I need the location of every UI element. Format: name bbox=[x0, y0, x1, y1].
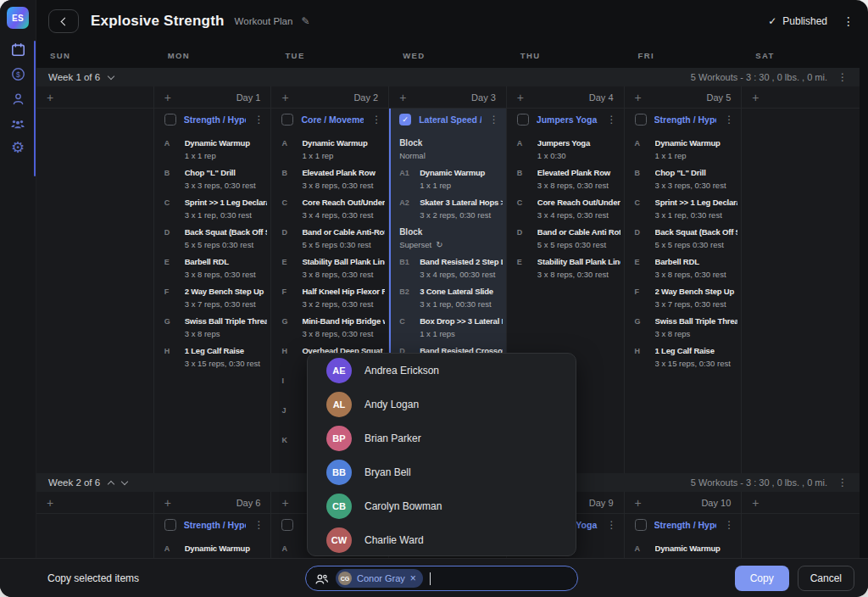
app-logo[interactable]: ES bbox=[7, 7, 29, 29]
workout-card[interactable]: Strength / Hypertro...⋮ADynamic Warmup1 … bbox=[154, 514, 271, 558]
member-option[interactable]: ALAndy Logan bbox=[308, 388, 576, 421]
exercise-row[interactable]: CCore Reach Out/Under3 x 4 reps, 0:30 re… bbox=[507, 198, 624, 220]
exercise-row[interactable]: EStability Ball Plank Linear ...3 x 8 re… bbox=[507, 257, 624, 279]
exercise-row[interactable]: BElevated Plank Row3 x 8 reps, 0:30 rest bbox=[507, 168, 624, 190]
workout-title[interactable]: Strength / Hypertro... bbox=[184, 520, 247, 530]
workout-checkbox[interactable] bbox=[635, 114, 647, 126]
exercise-row[interactable]: BChop "L" Drill3 x 3 reps, 0:30 rest bbox=[625, 168, 742, 190]
kebab-menu-icon[interactable]: ⋮ bbox=[837, 477, 848, 488]
exercise-row[interactable]: CSprint >> 1 Leg Declarations3 x 1 rep, … bbox=[154, 198, 271, 220]
workout-card[interactable]: ✓Lateral Speed / Plyo⋮BlockNormalA1Dynam… bbox=[389, 109, 506, 373]
kebab-menu-icon[interactable]: ⋮ bbox=[371, 114, 381, 126]
exercise-row[interactable]: FHalf Kneel Hip Flexor Rais...3 x 2 reps… bbox=[271, 287, 388, 309]
add-workout-button[interactable]: + bbox=[164, 497, 171, 509]
add-workout-button[interactable]: + bbox=[517, 92, 524, 103]
exercise-row[interactable]: A2Skater 3 Lateral Hops >> ...3 x 2 reps… bbox=[389, 198, 506, 220]
exercise-row[interactable]: F2 Way Bench Step Up3 x 7 reps, 0:30 res… bbox=[154, 287, 271, 309]
exercise-row[interactable]: ADynamic Warmup1 x 1 rep bbox=[271, 138, 388, 160]
add-workout-button[interactable]: + bbox=[752, 497, 759, 509]
copy-button[interactable]: Copy bbox=[735, 566, 789, 591]
workout-card[interactable]: Strength / Hypertro...⋮ADynamic Warmup1 … bbox=[625, 514, 742, 558]
exercise-row[interactable]: AJumpers Yoga1 x 0:30 bbox=[507, 138, 624, 160]
member-option[interactable]: CBCarolyn Bowman bbox=[308, 489, 576, 523]
exercise-row[interactable]: EStability Ball Plank Linear ...3 x 8 re… bbox=[271, 257, 388, 279]
workout-card[interactable]: Strength / Hypertro...⋮ADynamic Warmup1 … bbox=[154, 109, 271, 373]
exercise-row[interactable]: H1 Leg Calf Raise3 x 15 reps, 0:30 rest bbox=[625, 346, 742, 368]
member-option[interactable]: BBBryan Bell bbox=[308, 455, 576, 489]
exercise-row[interactable]: B23 Cone Lateral Slide3 x 1 rep, 00:30 r… bbox=[389, 287, 506, 309]
workout-title[interactable]: Strength / Hypertro... bbox=[654, 114, 717, 125]
sidebar-item-groups[interactable] bbox=[9, 114, 26, 131]
member-option[interactable]: BPBrian Parker bbox=[308, 421, 576, 455]
exercise-row[interactable]: BElevated Plank Row3 x 8 reps, 0:30 rest bbox=[271, 168, 388, 190]
add-workout-button[interactable]: + bbox=[281, 92, 288, 103]
week-selector[interactable]: Week 1 of 6 bbox=[48, 72, 114, 82]
exercise-row[interactable]: DBack Squat (Back Off Set)5 x 5 reps 0:3… bbox=[625, 227, 742, 249]
kebab-menu-icon[interactable]: ⋮ bbox=[837, 71, 848, 83]
exercise-row[interactable]: CCore Reach Out/Under3 x 4 reps, 0:30 re… bbox=[271, 198, 388, 220]
workout-title[interactable]: Strength / Hypertro... bbox=[184, 114, 247, 125]
workout-card[interactable]: Jumpers Yoga / Core⋮AJumpers Yoga1 x 0:3… bbox=[507, 109, 624, 284]
exercise-row[interactable]: ADynamic Warmup1 x 1 rep bbox=[625, 544, 742, 558]
exercise-row[interactable]: ADynamic Warmup1 x 1 rep bbox=[154, 544, 271, 558]
member-option[interactable]: AEAndrea Erickson bbox=[308, 354, 576, 388]
exercise-row[interactable]: DBand or Cable Anti-Rotati...5 x 5 reps … bbox=[271, 227, 388, 249]
exercise-row[interactable]: GMini-Band Hip Bridge w/ ...3 x 8 reps, … bbox=[271, 316, 388, 338]
exercise-row[interactable]: CBox Drop >> 3 Lateral H...1 x 1 reps bbox=[389, 316, 506, 338]
workout-card[interactable]: Strength / Hypertro...⋮ADynamic Warmup1 … bbox=[625, 109, 742, 373]
workout-title[interactable]: Strength / Hypertro... bbox=[654, 520, 717, 530]
exercise-row[interactable]: F2 Way Bench Step Up3 x 7 reps, 0:30 res… bbox=[625, 287, 742, 309]
edit-pencil-icon[interactable]: ✎ bbox=[301, 15, 309, 27]
add-workout-button[interactable]: + bbox=[47, 92, 53, 103]
add-workout-button[interactable]: + bbox=[399, 92, 406, 103]
exercise-row[interactable]: BChop "L" Drill3 x 3 reps, 0:30 rest bbox=[154, 168, 271, 190]
workout-checkbox[interactable] bbox=[635, 519, 647, 531]
exercise-row[interactable]: GSwiss Ball Triple Threat3 x 8 reps bbox=[154, 316, 271, 338]
add-workout-button[interactable]: + bbox=[752, 92, 759, 103]
published-status[interactable]: ✓Published bbox=[768, 15, 827, 27]
exercise-row[interactable]: GSwiss Ball Triple Threat3 x 8 reps bbox=[625, 316, 742, 338]
workout-checkbox[interactable] bbox=[164, 519, 176, 531]
exercise-row[interactable]: H1 Leg Calf Raise3 x 15 reps, 0:30 rest bbox=[154, 346, 271, 368]
kebab-menu-icon[interactable]: ⋮ bbox=[724, 114, 734, 126]
exercise-row[interactable]: EBarbell RDL3 x 8 reps, 0:30 rest bbox=[625, 257, 742, 279]
kebab-menu-icon[interactable]: ⋮ bbox=[607, 114, 617, 126]
kebab-menu-icon[interactable]: ⋮ bbox=[607, 519, 617, 531]
add-workout-button[interactable]: + bbox=[47, 497, 53, 509]
add-workout-button[interactable]: + bbox=[164, 92, 171, 103]
cancel-button[interactable]: Cancel bbox=[798, 566, 854, 591]
exercise-row[interactable]: ADynamic Warmup1 x 1 rep bbox=[154, 138, 271, 160]
workout-title[interactable]: Core / Movement Q... bbox=[301, 114, 364, 125]
sidebar-item-athletes[interactable] bbox=[9, 90, 26, 107]
close-icon[interactable]: × bbox=[410, 573, 416, 583]
workout-checkbox[interactable] bbox=[281, 114, 293, 126]
add-workout-button[interactable]: + bbox=[635, 497, 642, 509]
sidebar-item-settings[interactable]: ⚙ bbox=[9, 139, 26, 156]
exercise-row[interactable]: B1Band Resisted 2 Step Late...3 x 4 reps… bbox=[389, 257, 506, 279]
exercise-row[interactable]: ADynamic Warmup1 x 1 rep bbox=[625, 138, 742, 160]
member-option[interactable]: CWCharlie Ward bbox=[308, 523, 576, 556]
week-selector[interactable]: Week 2 of 6 bbox=[48, 477, 127, 488]
member-search-input[interactable]: CG Conor Gray × bbox=[305, 566, 578, 591]
workout-title[interactable]: Lateral Speed / Plyo bbox=[419, 114, 481, 125]
exercise-row[interactable]: CSprint >> 1 Leg Declarations3 x 1 rep, … bbox=[625, 198, 742, 220]
exercise-row[interactable]: DBack Squat (Back Off Set)5 x 5 reps 0:3… bbox=[154, 227, 271, 249]
add-workout-button[interactable]: + bbox=[281, 497, 288, 509]
sidebar-item-calendar[interactable] bbox=[9, 41, 26, 58]
kebab-menu-icon[interactable]: ⋮ bbox=[253, 114, 264, 126]
member-chip[interactable]: CG Conor Gray × bbox=[336, 569, 423, 588]
kebab-menu-icon[interactable]: ⋮ bbox=[253, 519, 264, 531]
exercise-row[interactable]: A1Dynamic Warmup1 x 1 rep bbox=[389, 168, 506, 190]
sidebar-item-billing[interactable]: $ bbox=[9, 65, 26, 82]
kebab-menu-icon[interactable]: ⋮ bbox=[724, 519, 734, 531]
kebab-menu-icon[interactable]: ⋮ bbox=[489, 114, 499, 126]
back-button[interactable] bbox=[48, 9, 79, 33]
workout-checkbox[interactable]: ✓ bbox=[399, 114, 411, 126]
kebab-menu-icon[interactable]: ⋮ bbox=[843, 14, 854, 28]
workout-checkbox[interactable] bbox=[517, 114, 529, 126]
exercise-row[interactable]: EBarbell RDL3 x 8 reps, 0:30 rest bbox=[154, 257, 271, 279]
add-workout-button[interactable]: + bbox=[635, 92, 642, 103]
workout-checkbox[interactable] bbox=[164, 114, 176, 126]
workout-checkbox[interactable] bbox=[281, 519, 293, 531]
workout-title[interactable]: Jumpers Yoga / Core bbox=[537, 114, 599, 125]
